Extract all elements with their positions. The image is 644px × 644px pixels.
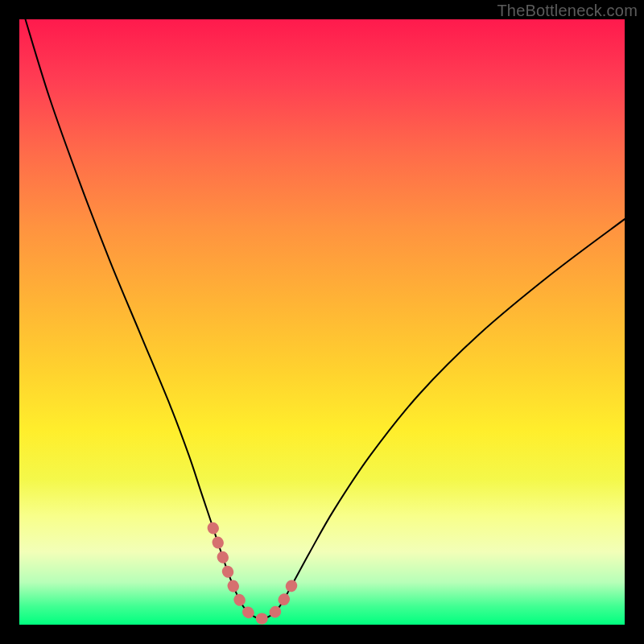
chart-frame: TheBottleneck.com <box>0 0 644 644</box>
bottleneck-curve <box>26 19 625 618</box>
curve-layer <box>19 19 625 625</box>
watermark-text: TheBottleneck.com <box>497 2 638 20</box>
plot-area <box>19 19 625 625</box>
